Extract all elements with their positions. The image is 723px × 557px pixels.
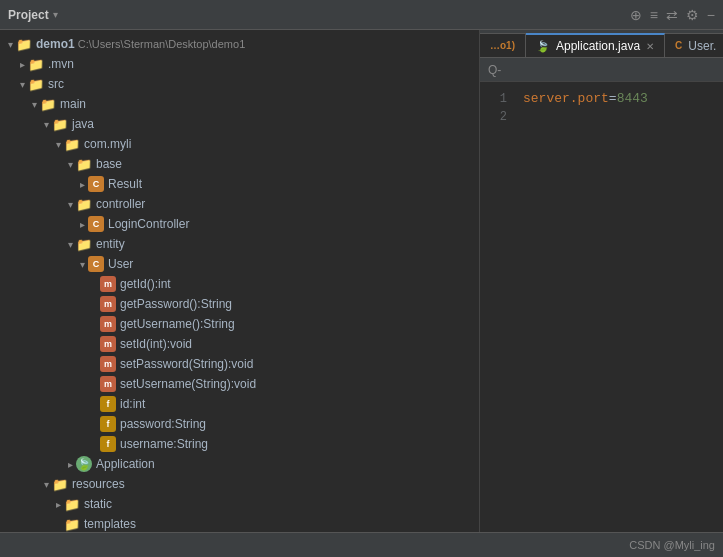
label-static: static: [84, 497, 112, 511]
tree-item-getusername[interactable]: m getUsername():String: [0, 314, 479, 334]
package-icon-base: 📁: [76, 156, 92, 172]
tab-icon-user: C: [675, 40, 682, 51]
code-line-1: server.port=8443: [523, 90, 715, 108]
tree-item-templates[interactable]: 📁 templates: [0, 514, 479, 532]
line-num-1: 1: [480, 90, 515, 108]
tab-o1[interactable]: …o1): [480, 33, 526, 57]
method-icon-setpassword: m: [100, 356, 116, 372]
tree-item-setpassword[interactable]: m setPassword(String):void: [0, 354, 479, 374]
editor-tabs: …o1) 🍃 Application.java ✕ C User.: [480, 30, 723, 58]
label-base: base: [96, 157, 122, 171]
tree-item-setusername[interactable]: m setUsername(String):void: [0, 374, 479, 394]
settings-icon[interactable]: ⚙: [686, 7, 699, 23]
arrow-mvn: [16, 59, 28, 70]
tab-label-user: User.: [688, 39, 716, 53]
arrow-user: [76, 259, 88, 270]
arrow-demo1: [4, 39, 16, 50]
arrow-resources: [40, 479, 52, 490]
package-icon-com-myli: 📁: [64, 136, 80, 152]
arrow-login-controller: [76, 219, 88, 230]
method-icon-setid: m: [100, 336, 116, 352]
tree-item-controller[interactable]: 📁 controller: [0, 194, 479, 214]
editor-search-bar: Q-: [480, 58, 723, 82]
tree-item-mvn[interactable]: 📁 .mvn: [0, 54, 479, 74]
list-icon[interactable]: ≡: [650, 7, 658, 23]
arrow-static: [52, 499, 64, 510]
tree-item-com-myli[interactable]: 📁 com.myli: [0, 134, 479, 154]
arrow-result: [76, 179, 88, 190]
label-java: java: [72, 117, 94, 131]
tree-item-getpassword[interactable]: m getPassword():String: [0, 294, 479, 314]
tree-item-base[interactable]: 📁 base: [0, 154, 479, 174]
tree-item-static[interactable]: 📁 static: [0, 494, 479, 514]
tree-item-login-controller[interactable]: C LoginController: [0, 214, 479, 234]
arrow-application: [64, 459, 76, 470]
field-icon-password: f: [100, 416, 116, 432]
label-demo1: demo1: [36, 37, 75, 51]
label-setid: setId(int):void: [120, 337, 192, 351]
arrow-main: [28, 99, 40, 110]
label-field-id: id:int: [120, 397, 145, 411]
tree-area[interactable]: 📁 demo1 C:\Users\Sterman\Desktop\demo1 📁…: [0, 30, 479, 532]
package-icon-controller: 📁: [76, 196, 92, 212]
editor-content: 1 2 server.port=8443: [480, 82, 723, 532]
tree-item-result[interactable]: C Result: [0, 174, 479, 194]
tree-item-demo1[interactable]: 📁 demo1 C:\Users\Sterman\Desktop\demo1: [0, 34, 479, 54]
add-icon[interactable]: ⊕: [630, 7, 642, 23]
top-bar-left: Project ▾: [8, 8, 58, 22]
tab-label-application: Application.java: [556, 39, 640, 53]
tree-item-src[interactable]: 📁 src: [0, 74, 479, 94]
tree-item-user[interactable]: C User: [0, 254, 479, 274]
tree-item-java[interactable]: 📁 java: [0, 114, 479, 134]
tab-application-java[interactable]: 🍃 Application.java ✕: [526, 33, 665, 57]
label-controller: controller: [96, 197, 145, 211]
folder-icon-main: 📁: [40, 96, 56, 112]
method-icon-getpassword: m: [100, 296, 116, 312]
tree-item-field-id[interactable]: f id:int: [0, 394, 479, 414]
tree-item-main[interactable]: 📁 main: [0, 94, 479, 114]
code-key-1: server.port: [523, 90, 609, 108]
search-icon: Q-: [488, 63, 501, 77]
label-getid: getId():int: [120, 277, 171, 291]
tree-item-getid[interactable]: m getId():int: [0, 274, 479, 294]
package-icon-entity: 📁: [76, 236, 92, 252]
code-equals-1: =: [609, 90, 617, 108]
project-tree-panel: 📁 demo1 C:\Users\Sterman\Desktop\demo1 📁…: [0, 30, 480, 532]
tree-item-entity[interactable]: 📁 entity: [0, 234, 479, 254]
line-num-2: 2: [480, 108, 515, 126]
tree-item-resources[interactable]: 📁 resources: [0, 474, 479, 494]
folder-icon-mvn: 📁: [28, 56, 44, 72]
tab-user-java[interactable]: C User.: [665, 33, 723, 57]
tab-icon-o1: …o1): [490, 40, 515, 51]
label-login-controller: LoginController: [108, 217, 189, 231]
tree-item-field-password[interactable]: f password:String: [0, 414, 479, 434]
path-demo1: C:\Users\Sterman\Desktop\demo1: [75, 38, 246, 50]
label-setusername: setUsername(String):void: [120, 377, 256, 391]
label-setpassword: setPassword(String):void: [120, 357, 253, 371]
class-icon-login-controller: C: [88, 216, 104, 232]
class-icon-user: C: [88, 256, 104, 272]
spring-icon-application: 🍃: [76, 456, 92, 472]
tab-close-application[interactable]: ✕: [646, 41, 654, 52]
minimize-icon[interactable]: −: [707, 7, 715, 23]
folder-icon-src: 📁: [28, 76, 44, 92]
method-icon-getusername: m: [100, 316, 116, 332]
arrows-icon[interactable]: ⇄: [666, 7, 678, 23]
label-application: Application: [96, 457, 155, 471]
label-getpassword: getPassword():String: [120, 297, 232, 311]
label-main: main: [60, 97, 86, 111]
arrow-controller: [64, 199, 76, 210]
arrow-com-myli: [52, 139, 64, 150]
project-title: Project: [8, 8, 49, 22]
label-result: Result: [108, 177, 142, 191]
tree-item-setid[interactable]: m setId(int):void: [0, 334, 479, 354]
tree-item-field-username[interactable]: f username:String: [0, 434, 479, 454]
label-resources: resources: [72, 477, 125, 491]
folder-icon-resources: 📁: [52, 476, 68, 492]
label-field-password: password:String: [120, 417, 206, 431]
editor-code-area[interactable]: server.port=8443: [515, 82, 723, 532]
folder-icon-java: 📁: [52, 116, 68, 132]
folder-icon-templates: 📁: [64, 516, 80, 532]
label-com-myli: com.myli: [84, 137, 131, 151]
tree-item-application[interactable]: 🍃 Application: [0, 454, 479, 474]
